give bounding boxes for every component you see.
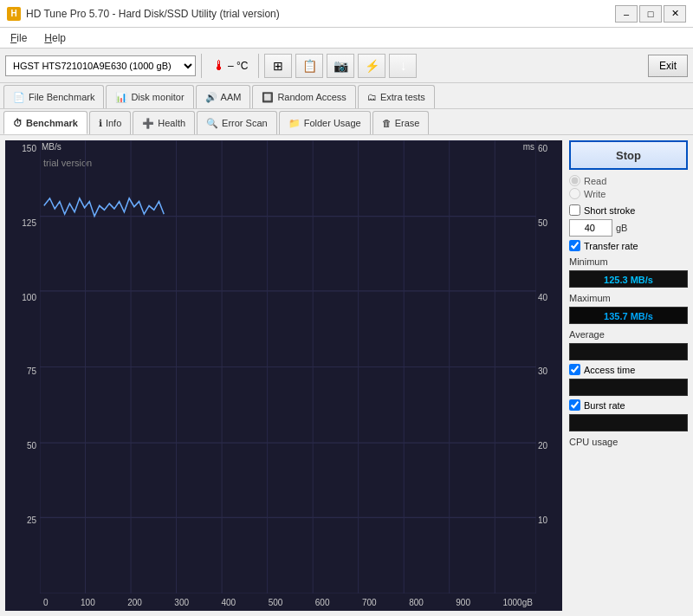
read-write-group: Read Write xyxy=(569,173,688,201)
health-icon: ➕ xyxy=(142,118,154,129)
nav-row-2: ⏱ Benchmark ℹ Info ➕ Health 🔍 Error Scan… xyxy=(0,109,693,135)
toolbar-btn-5[interactable]: ↓ xyxy=(389,54,417,78)
read-radio[interactable] xyxy=(569,175,580,186)
toolbar-btn-3[interactable]: 📷 xyxy=(327,54,354,78)
aam-icon: 🔊 xyxy=(205,92,217,103)
erase-icon: 🗑 xyxy=(382,118,392,128)
y-axis-left: 150 125 100 75 50 25 xyxy=(5,140,40,593)
write-radio[interactable] xyxy=(569,188,580,199)
transfer-rate-checkbox[interactable] xyxy=(569,240,580,251)
title-bar-text: HD Tune Pro 5.70 - Hard Disk/SSD Utility… xyxy=(26,8,280,20)
tab-health[interactable]: ➕ Health xyxy=(133,111,195,134)
error-scan-icon: 🔍 xyxy=(206,118,218,129)
transfer-rate-label: Transfer rate xyxy=(584,241,638,251)
toolbar-btn-1[interactable]: ⊞ xyxy=(264,54,292,78)
exit-button[interactable]: Exit xyxy=(648,55,688,77)
tab-aam-label: AAM xyxy=(221,92,242,102)
tab-info[interactable]: ℹ Info xyxy=(89,111,131,134)
right-panel: Stop Read Write Short stroke gB Transfer… xyxy=(567,135,693,616)
tab-health-label: Health xyxy=(158,118,185,128)
info-icon: ℹ xyxy=(99,118,102,129)
transfer-rate-row[interactable]: Transfer rate xyxy=(569,240,688,251)
tab-file-benchmark-label: File Benchmark xyxy=(29,92,94,102)
maximize-button[interactable]: □ xyxy=(639,5,662,23)
stroke-value-input[interactable] xyxy=(569,219,612,237)
tab-benchmark-label: Benchmark xyxy=(26,118,78,128)
short-stroke-checkbox[interactable] xyxy=(569,204,580,216)
max-label: Maximum xyxy=(569,293,688,303)
chart-container: MB/s ms trial version 150 125 100 75 50 … xyxy=(5,140,562,611)
access-time-checkbox[interactable] xyxy=(569,364,580,375)
stop-button[interactable]: Stop xyxy=(569,140,688,170)
max-value: 135.7 MB/s xyxy=(569,307,688,324)
nav-row-1: 📄 File Benchmark 📊 Disk monitor 🔊 AAM 🔲 … xyxy=(0,83,693,109)
main-content: MB/s ms trial version 150 125 100 75 50 … xyxy=(0,135,693,616)
avg-value: ​ xyxy=(569,343,688,360)
sep1 xyxy=(201,54,202,78)
minimize-button[interactable]: – xyxy=(615,5,638,23)
random-access-icon: 🔲 xyxy=(262,92,274,103)
temp-display: 🌡 – °C xyxy=(207,58,253,74)
min-label: Minimum xyxy=(569,256,688,267)
disk-monitor-icon: 📊 xyxy=(115,92,127,103)
x-axis-bottom: 0 100 200 300 400 500 600 700 800 900 10… xyxy=(40,593,536,611)
title-bar: H HD Tune Pro 5.70 - Hard Disk/SSD Utili… xyxy=(0,0,693,28)
tab-folder-usage[interactable]: 📁 Folder Usage xyxy=(279,111,371,134)
tab-erase[interactable]: 🗑 Erase xyxy=(372,111,430,134)
temp-value: – °C xyxy=(228,60,248,72)
tab-disk-monitor[interactable]: 📊 Disk monitor xyxy=(106,85,193,108)
tab-error-scan-label: Error Scan xyxy=(222,118,268,128)
burst-rate-row[interactable]: Burst rate xyxy=(569,399,688,411)
benchmark-icon: ⏱ xyxy=(13,118,23,128)
close-button[interactable]: ✕ xyxy=(664,5,686,23)
min-value: 125.3 MB/s xyxy=(569,270,688,288)
thermometer-icon: 🌡 xyxy=(212,58,226,74)
read-radio-label[interactable]: Read xyxy=(569,175,688,186)
chart-svg xyxy=(40,140,536,593)
short-stroke-label: Short stroke xyxy=(584,205,635,216)
drive-select[interactable]: HGST HTS721010A9E630 (1000 gB) xyxy=(5,55,196,76)
tab-aam[interactable]: 🔊 AAM xyxy=(196,85,251,108)
read-label: Read xyxy=(584,176,606,186)
toolbar-btn-4[interactable]: ⚡ xyxy=(358,54,385,78)
burst-rate-value: ​ xyxy=(569,414,688,431)
burst-rate-label: Burst rate xyxy=(584,400,625,411)
stroke-input-row: gB xyxy=(569,219,688,237)
tab-info-label: Info xyxy=(106,118,121,128)
y-axis-right: 60 50 40 30 20 10 xyxy=(536,140,562,593)
tab-error-scan[interactable]: 🔍 Error Scan xyxy=(197,111,277,134)
write-label: Write xyxy=(584,189,606,199)
access-time-value: ​ xyxy=(569,379,688,396)
avg-label: Average xyxy=(569,329,688,340)
stroke-unit: gB xyxy=(616,223,627,233)
burst-rate-checkbox[interactable] xyxy=(569,399,580,411)
app-icon: H xyxy=(7,7,21,21)
tab-disk-monitor-label: Disk monitor xyxy=(131,92,184,102)
tab-extra-tests-label: Extra tests xyxy=(380,92,425,102)
tab-random-access[interactable]: 🔲 Random Access xyxy=(252,85,355,108)
file-menu[interactable]: File xyxy=(3,30,34,46)
write-radio-label[interactable]: Write xyxy=(569,188,688,199)
tab-folder-usage-label: Folder Usage xyxy=(304,118,361,128)
cpu-usage-label: CPU usage xyxy=(569,437,688,447)
tab-random-access-label: Random Access xyxy=(277,92,346,102)
menu-bar: File Help xyxy=(0,28,693,49)
tab-extra-tests[interactable]: 🗂 Extra tests xyxy=(358,85,435,108)
sep2 xyxy=(258,54,259,78)
access-time-row[interactable]: Access time xyxy=(569,364,688,375)
tab-erase-label: Erase xyxy=(395,118,420,128)
folder-usage-icon: 📁 xyxy=(288,118,301,129)
extra-tests-icon: 🗂 xyxy=(367,92,377,102)
toolbar-btn-2[interactable]: 📋 xyxy=(295,54,323,78)
access-time-label: Access time xyxy=(584,365,635,375)
file-benchmark-icon: 📄 xyxy=(13,92,25,103)
tab-benchmark[interactable]: ⏱ Benchmark xyxy=(3,111,87,134)
window-controls: – □ ✕ xyxy=(615,5,686,23)
toolbar: HGST HTS721010A9E630 (1000 gB) 🌡 – °C ⊞ … xyxy=(0,49,693,83)
tab-file-benchmark[interactable]: 📄 File Benchmark xyxy=(3,85,104,108)
short-stroke-row[interactable]: Short stroke xyxy=(569,204,688,216)
help-menu[interactable]: Help xyxy=(37,30,73,46)
